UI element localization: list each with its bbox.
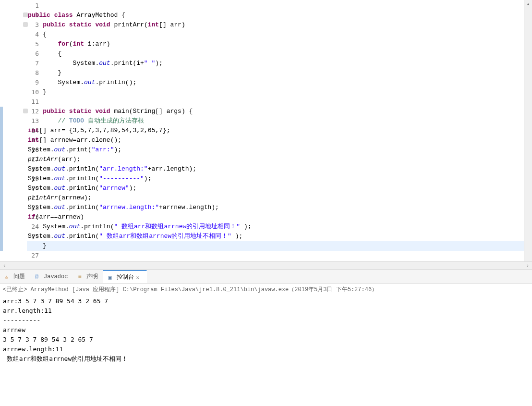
tab-label: 控制台 — [117, 273, 134, 281]
code-line[interactable] — [27, 251, 532, 260]
code-line[interactable]: } — [27, 68, 532, 78]
code-line[interactable]: System.out.println(" 数组arr和数组arrnew的引用地址… — [27, 222, 532, 232]
decl-icon: ≡ — [78, 273, 85, 280]
code-line[interactable]: System.out.println(); — [27, 78, 532, 87]
code-line[interactable]: } — [27, 241, 532, 251]
scroll-left-arrow-icon[interactable]: ‹ — [3, 263, 6, 269]
code-line[interactable]: printArr(arrnew); — [27, 193, 532, 203]
code-line[interactable]: System.out.print(i+" "); — [27, 59, 532, 68]
code-line[interactable] — [27, 97, 532, 107]
tab-javadoc[interactable]: @Javadoc — [30, 270, 73, 283]
code-line[interactable]: if(arr==arrnew) — [27, 212, 532, 222]
bottom-tabs: ⚠问题@Javadoc≡声明▣控制台✕ — [0, 270, 532, 283]
console-run-info: <已终止> ArrayMethod [Java 应用程序] C:\Program… — [3, 286, 377, 293]
code-line[interactable]: for(int i:arr) — [27, 39, 532, 49]
horizontal-scrollbar[interactable]: ‹ › — [0, 261, 532, 270]
code-line[interactable]: printArr(arr); — [27, 155, 532, 164]
code-line[interactable]: System.out.println("arrnew.length:"+arrn… — [27, 203, 532, 212]
tab-label: 声明 — [86, 272, 98, 281]
console-header: <已终止> ArrayMethod [Java 应用程序] C:\Program… — [0, 283, 532, 295]
scroll-right-arrow-icon[interactable]: › — [526, 263, 529, 269]
console-pane: <已终止> ArrayMethod [Java 应用程序] C:\Program… — [0, 283, 532, 406]
code-line[interactable] — [27, 1, 532, 11]
code-line[interactable]: // TODO 自动生成的方法存根 — [27, 116, 532, 126]
vertical-scrollbar[interactable]: ▴ — [524, 0, 532, 261]
editor-pane: 1234567891011121314151617181920212223242… — [0, 0, 532, 270]
code-line[interactable]: System.out.println("arrnew"); — [27, 184, 532, 193]
code-line[interactable]: public static void printArr(int[] arr) — [27, 20, 532, 30]
console-output[interactable]: arr:3 5 7 3 7 89 54 3 2 65 7 arr.length:… — [0, 295, 532, 406]
close-icon[interactable]: ✕ — [136, 274, 142, 280]
javadoc-icon: @ — [35, 273, 42, 280]
tab-decl[interactable]: ≡声明 — [73, 270, 103, 283]
code-line[interactable]: } — [27, 87, 532, 97]
code-line[interactable]: int[] arrnew=arr.clone(); — [27, 135, 532, 145]
code-line[interactable]: { — [27, 49, 532, 59]
code-line[interactable]: System.out.println(" 数组arr和数组arrnew的引用地址… — [27, 232, 532, 241]
code-line[interactable]: System.out.println("----------"); — [27, 174, 532, 184]
tab-label: 问题 — [13, 272, 25, 281]
code-line[interactable]: System.out.println("arr.length:"+arr.len… — [27, 164, 532, 174]
left-margin-strip: 1234567891011121314151617181920212223242… — [0, 0, 27, 261]
code-line[interactable]: System.out.print("arr:"); — [27, 145, 532, 155]
tab-console[interactable]: ▣控制台✕ — [103, 270, 147, 283]
console-icon: ▣ — [108, 274, 115, 281]
code-line[interactable]: { — [27, 30, 532, 39]
code-line[interactable]: int[] arr= {3,5,7,3,7,89,54,3,2,65,7}; — [27, 126, 532, 135]
code-line[interactable]: public static void main(String[] args) { — [27, 107, 532, 116]
scroll-up-icon[interactable]: ▴ — [524, 0, 532, 8]
tab-problems[interactable]: ⚠问题 — [0, 270, 30, 283]
code-area[interactable]: 1234567891011121314151617181920212223242… — [0, 0, 532, 261]
code-line[interactable]: public class ArrayMethod { — [27, 11, 532, 20]
problems-icon: ⚠ — [5, 273, 12, 280]
code-body[interactable]: public class ArrayMethod { public static… — [27, 0, 532, 261]
tab-label: Javadoc — [44, 273, 68, 280]
